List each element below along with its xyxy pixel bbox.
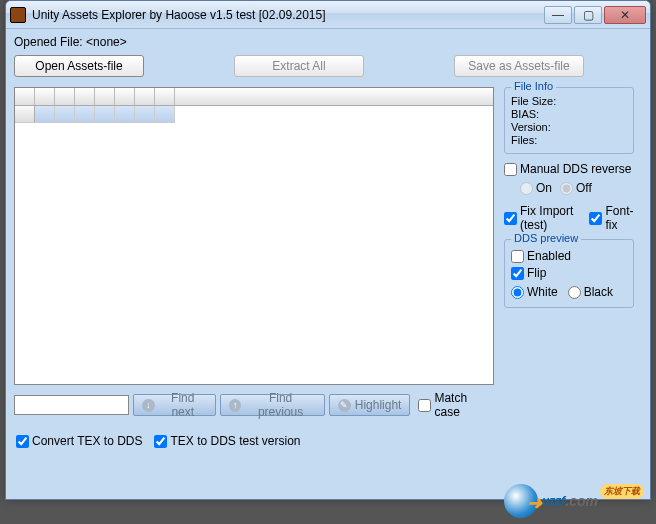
file-size-label: File Size: xyxy=(511,95,627,107)
window-title: Unity Assets Explorer by Haoose v1.5 tes… xyxy=(32,8,544,22)
manual-dds-checkbox[interactable]: Manual DDS reverse xyxy=(504,162,634,176)
dds-enabled-checkbox[interactable]: Enabled xyxy=(511,249,627,263)
app-icon xyxy=(10,7,26,23)
left-column: ↓Find next ↑Find previous ✎Highlight Mat… xyxy=(14,87,494,419)
find-next-button[interactable]: ↓Find next xyxy=(133,394,216,416)
highlight-icon: ✎ xyxy=(338,399,351,412)
arrow-down-icon: ↓ xyxy=(142,399,155,412)
grid-row[interactable] xyxy=(15,106,493,123)
fix-import-checkbox[interactable]: Fix Import (test) xyxy=(504,204,583,232)
app-window: Unity Assets Explorer by Haoose v1.5 tes… xyxy=(5,0,651,500)
extract-all-button[interactable]: Extract All xyxy=(234,55,364,77)
grid-header[interactable] xyxy=(15,88,493,106)
window-buttons: — ▢ ✕ xyxy=(544,6,646,24)
right-column: File Info File Size: BIAS: Version: File… xyxy=(504,87,634,419)
titlebar[interactable]: Unity Assets Explorer by Haoose v1.5 tes… xyxy=(6,1,650,29)
save-as-button[interactable]: Save as Assets-file xyxy=(454,55,584,77)
close-button[interactable]: ✕ xyxy=(604,6,646,24)
search-input[interactable] xyxy=(14,395,129,415)
convert-tex-checkbox[interactable]: Convert TEX to DDS xyxy=(16,434,142,448)
open-assets-button[interactable]: Open Assets-file xyxy=(14,55,144,77)
search-bar: ↓Find next ↑Find previous ✎Highlight Mat… xyxy=(14,391,494,419)
file-info-group: File Info File Size: BIAS: Version: File… xyxy=(504,87,634,154)
top-button-row: Open Assets-file Extract All Save as Ass… xyxy=(14,55,642,77)
maximize-button[interactable]: ▢ xyxy=(574,6,602,24)
tex-test-checkbox[interactable]: TEX to DDS test version xyxy=(154,434,300,448)
watermark-badge: 东坡下载 xyxy=(600,484,644,499)
dds-preview-group: DDS preview Enabled Flip White Black xyxy=(504,239,634,308)
match-case-checkbox[interactable]: Match case xyxy=(418,391,494,419)
bottom-checks: Convert TEX to DDS TEX to DDS test versi… xyxy=(14,425,642,457)
dds-black-radio[interactable]: Black xyxy=(568,285,613,299)
files-label: Files: xyxy=(511,134,627,146)
manual-dds-on-radio[interactable]: On xyxy=(520,181,552,195)
bias-label: BIAS: xyxy=(511,108,627,120)
arrow-up-icon: ↑ xyxy=(229,399,242,412)
dds-white-radio[interactable]: White xyxy=(511,285,558,299)
highlight-button[interactable]: ✎Highlight xyxy=(329,394,411,416)
watermark: uzzf.com 东坡下载 xyxy=(504,484,644,518)
find-prev-button[interactable]: ↑Find previous xyxy=(220,394,325,416)
dds-preview-legend: DDS preview xyxy=(511,232,581,244)
dds-flip-checkbox[interactable]: Flip xyxy=(511,266,627,280)
font-fix-checkbox[interactable]: Font-fix xyxy=(589,204,634,232)
manual-dds-off-radio[interactable]: Off xyxy=(560,181,592,195)
assets-grid[interactable] xyxy=(14,87,494,385)
file-info-legend: File Info xyxy=(511,80,556,92)
client-area: Opened File: <none> Open Assets-file Ext… xyxy=(6,29,650,463)
minimize-button[interactable]: — xyxy=(544,6,572,24)
opened-file-label: Opened File: <none> xyxy=(14,35,642,49)
version-label: Version: xyxy=(511,121,627,133)
watermark-orb-icon xyxy=(504,484,538,518)
